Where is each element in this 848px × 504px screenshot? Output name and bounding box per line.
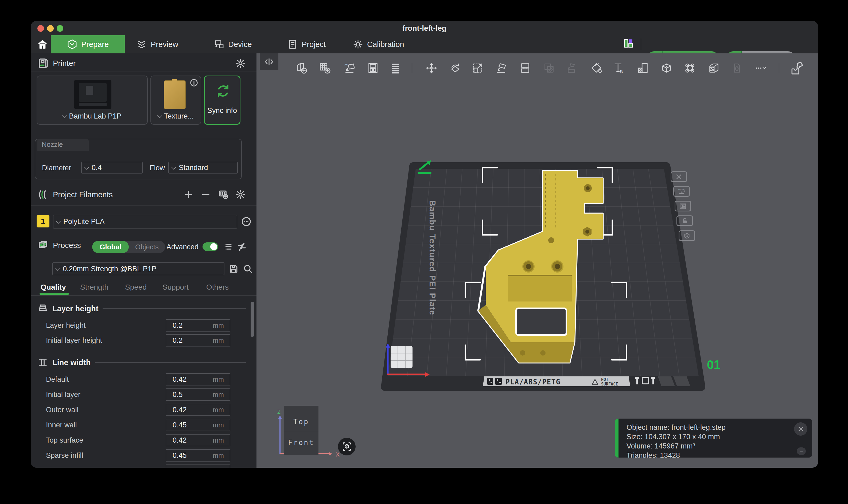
tab-prepare[interactable]: Prepare [51, 35, 125, 53]
param-input[interactable]: 0.42mm [166, 373, 230, 385]
mesh-cut-button[interactable] [660, 62, 673, 74]
save-preset-icon[interactable] [228, 264, 239, 274]
plate-type-label: Texture... [164, 112, 194, 120]
param-input-partial[interactable] [166, 465, 230, 468]
scale-button[interactable] [471, 62, 484, 74]
hot-surface-line1: HOT [601, 377, 608, 382]
panel-scrollbar[interactable] [250, 302, 254, 337]
info-collapse-button[interactable] [797, 447, 806, 455]
plate-settings-button[interactable] [679, 230, 695, 241]
info-close-button[interactable] [794, 422, 808, 436]
arrange-button[interactable] [367, 62, 379, 74]
param-input[interactable]: 0.2mm [166, 334, 230, 346]
split-button[interactable] [519, 62, 532, 74]
tab-strength[interactable]: Strength [80, 283, 108, 291]
filament-more-button[interactable] [241, 216, 252, 227]
preview-icon [136, 39, 147, 50]
clone-button[interactable] [543, 62, 555, 74]
plate-layout-button[interactable] [623, 37, 634, 49]
chevron-down-icon [62, 113, 67, 118]
filament-spool-icon [37, 189, 49, 200]
param-input[interactable]: 0.2mm [166, 319, 230, 331]
filament-slot-badge[interactable]: 1 [37, 215, 49, 228]
window-title: front-left-leg [31, 24, 818, 33]
color-paint-button[interactable] [591, 62, 603, 74]
tab-preview[interactable]: Preview [136, 35, 178, 53]
sync-info-label: Sync info [205, 107, 240, 115]
auto-orient-button[interactable]: AUTO [343, 62, 356, 74]
object-info-box: Object name: front-left-leg.step Size: 1… [615, 418, 812, 457]
toolbar-separator [779, 63, 779, 73]
remove-filament-icon[interactable] [201, 190, 210, 199]
tab-project[interactable]: Project [287, 35, 326, 53]
ams-sync-icon[interactable] [218, 189, 229, 200]
printer-model-select[interactable]: Bambu Lab P1P [37, 112, 147, 120]
lock-plate-button[interactable] [676, 215, 693, 226]
build-plate-card[interactable]: Texture... [151, 75, 201, 125]
tab-preview-label: Preview [151, 40, 178, 49]
tab-device-label: Device [228, 40, 252, 49]
navigation-ball-button[interactable] [338, 438, 356, 455]
add-object-button[interactable] [295, 62, 308, 74]
fuzzy-skin-button[interactable] [708, 62, 720, 74]
parameter-list-icon[interactable] [223, 242, 233, 251]
delete-plate-button[interactable] [671, 172, 687, 182]
add-plate-button[interactable] [319, 62, 331, 74]
diameter-label: Diameter [42, 164, 71, 172]
filament-settings-gear-icon[interactable] [235, 189, 246, 200]
filament-select[interactable]: PolyLite PLA [53, 215, 237, 229]
search-preset-icon[interactable] [243, 264, 253, 274]
printer-settings-gear-icon[interactable] [235, 58, 246, 69]
text-tool-button[interactable]: a [613, 62, 625, 74]
param-label: Initial layer height [46, 336, 102, 345]
advanced-toggle[interactable] [203, 242, 218, 251]
filaments-section-header: Project Filaments [31, 190, 257, 199]
assembly-view-button[interactable] [790, 61, 804, 76]
nozzle-flow-select[interactable]: Standard [168, 162, 238, 174]
param-input[interactable]: 0.5mm [166, 389, 230, 401]
lay-on-face-button[interactable] [496, 62, 508, 74]
printer-model-card[interactable]: Bambu Lab P1P [37, 75, 148, 125]
sidebar-collapse-handle[interactable] [260, 53, 278, 70]
plate-type-select[interactable]: Texture... [151, 112, 201, 120]
printer-model-label: Bambu Lab P1P [69, 112, 122, 120]
process-preset-select[interactable]: 0.20mm Strength @BBL P1P [52, 263, 224, 275]
param-input[interactable]: 0.42mm [166, 434, 230, 446]
split-to-objects-button[interactable] [389, 62, 401, 74]
param-input[interactable]: 0.42mm [166, 403, 230, 416]
tab-speed[interactable]: Speed [125, 283, 147, 291]
auto-orient-plate-button[interactable]: AUTO [673, 186, 690, 197]
move-button[interactable] [425, 62, 438, 74]
tab-calibration[interactable]: Calibration [353, 35, 404, 53]
tab-quality[interactable]: Quality [40, 283, 66, 291]
param-label: Top surface [46, 436, 83, 445]
add-filament-icon[interactable] [184, 190, 193, 199]
info-triangles: Triangles: 13428 [626, 451, 726, 457]
view-cube[interactable]: Top Front [284, 406, 318, 455]
scope-global-button[interactable]: Global [92, 241, 129, 253]
seam-paint-button[interactable] [684, 62, 696, 74]
rotate-button[interactable] [449, 62, 462, 74]
arrange-plate-button[interactable] [675, 201, 691, 212]
modifier-button[interactable] [637, 62, 649, 74]
line-width-section: Line width [37, 357, 246, 368]
sync-info-card[interactable]: Sync info [204, 75, 240, 125]
view-cube-front-face[interactable]: Front [284, 432, 318, 453]
view-cube-top-face[interactable]: Top [284, 412, 318, 432]
support-paint-button[interactable] [566, 62, 578, 74]
plate-number[interactable]: 01 [707, 358, 721, 372]
viewport-3d[interactable]: Bambu Textured PEI Plate [257, 53, 818, 468]
measure-button[interactable] [731, 62, 743, 74]
tab-others[interactable]: Others [206, 283, 229, 291]
reset-parameters-icon[interactable] [237, 242, 247, 251]
scope-objects-button[interactable]: Objects [129, 243, 165, 251]
tab-device[interactable]: Device [214, 35, 252, 53]
toolbar-more-button[interactable] [754, 62, 766, 74]
nozzle-diameter-select[interactable]: 0.4 [81, 162, 143, 174]
info-icon[interactable] [189, 78, 198, 87]
param-input[interactable]: 0.45mm [166, 419, 230, 431]
printer-photo [74, 80, 111, 109]
home-button[interactable] [36, 37, 49, 52]
tab-support[interactable]: Support [162, 283, 189, 291]
param-input[interactable]: 0.45mm [166, 449, 230, 462]
